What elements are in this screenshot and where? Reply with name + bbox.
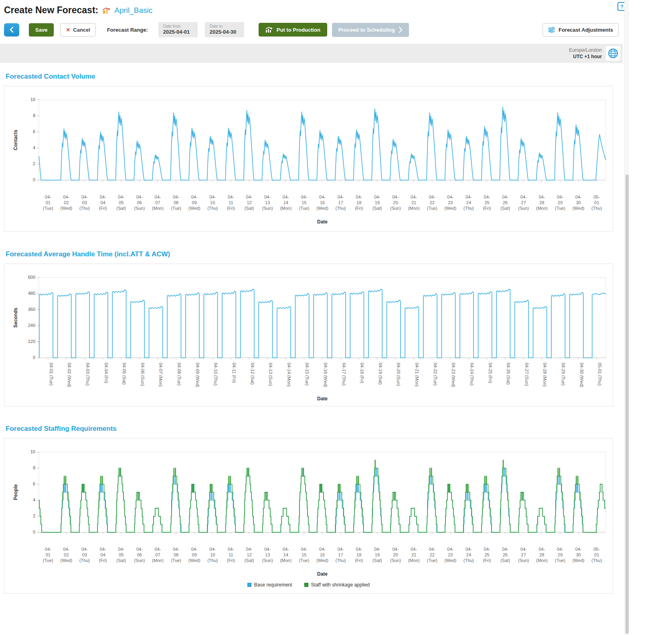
globe-icon[interactable]	[606, 46, 620, 61]
svg-text:10: 10	[30, 97, 35, 102]
svg-text:8: 8	[33, 465, 35, 470]
svg-text:0: 0	[33, 177, 35, 182]
svg-text:04-: 04-	[319, 195, 326, 199]
svg-text:11: 11	[229, 200, 233, 205]
app-root: ? Create New Forecast: April_Basic Save …	[0, 0, 623, 594]
svg-text:(Tue): (Tue)	[299, 206, 309, 211]
svg-text:04-27 (Sun): 04-27 (Sun)	[524, 363, 529, 386]
svg-text:(Mon): (Mon)	[408, 206, 420, 211]
svg-text:04-: 04-	[575, 195, 582, 199]
sliders-icon	[548, 27, 555, 33]
svg-text:04-14 (Mon): 04-14 (Mon)	[287, 363, 291, 387]
svg-text:09: 09	[192, 552, 197, 557]
staffing-chart: 024681004-01(Tue)04-02(Wed)04-03(Thu)04-…	[4, 438, 613, 594]
svg-text:04-: 04-	[100, 195, 106, 199]
svg-text:05-01 (Thu): 05-01 (Thu)	[597, 363, 602, 385]
svg-text:(Mon): (Mon)	[152, 558, 164, 563]
svg-text:(Fri): (Fri)	[227, 206, 235, 211]
svg-text:04-08 (Tue): 04-08 (Tue)	[177, 363, 182, 385]
svg-text:25: 25	[484, 552, 489, 557]
svg-text:04-: 04-	[484, 195, 490, 199]
svg-text:360: 360	[28, 307, 35, 312]
contact-volume-plot: 024681004-01(Tue)04-02(Wed)04-03(Thu)04-…	[5, 89, 612, 230]
svg-text:(Tue): (Tue)	[43, 558, 53, 563]
svg-text:(Thu): (Thu)	[79, 206, 90, 211]
svg-text:(Tue): (Tue)	[427, 558, 437, 563]
legend-swatch-base	[247, 583, 251, 587]
svg-text:(Sat): (Sat)	[116, 206, 126, 211]
svg-text:04-: 04-	[411, 195, 417, 199]
svg-text:04-: 04-	[118, 547, 124, 552]
svg-text:(Sat): (Sat)	[500, 206, 510, 211]
svg-text:(Thu): (Thu)	[591, 558, 602, 563]
svg-text:04: 04	[101, 200, 105, 205]
back-button[interactable]	[4, 23, 19, 37]
svg-text:05-: 05-	[593, 547, 600, 552]
svg-text:(Fri): (Fri)	[483, 558, 491, 563]
svg-text:04-16 (Wed): 04-16 (Wed)	[323, 363, 328, 387]
date-from-label: Date from	[163, 24, 193, 28]
date-to-label: Date to	[210, 24, 239, 28]
svg-text:04-: 04-	[520, 195, 527, 199]
svg-text:(Sat): (Sat)	[500, 558, 510, 563]
svg-text:(Thu): (Thu)	[207, 206, 218, 211]
svg-text:29: 29	[558, 552, 563, 557]
svg-text:14: 14	[283, 200, 288, 205]
forecast-range-label: Forecast Range:	[107, 27, 148, 33]
svg-text:07: 07	[155, 552, 160, 557]
svg-text:Date: Date	[317, 396, 328, 402]
svg-text:04-: 04-	[319, 547, 326, 552]
cancel-button[interactable]: ✕ Cancel	[60, 23, 96, 37]
svg-text:02: 02	[64, 200, 69, 205]
svg-text:(Tue): (Tue)	[43, 206, 53, 211]
svg-text:26: 26	[503, 552, 508, 557]
svg-text:30: 30	[576, 552, 581, 557]
proceed-to-scheduling-button[interactable]: Proceed to Scheduling	[332, 23, 409, 37]
staffing-plot: 024681004-01(Tue)04-02(Wed)04-03(Thu)04-…	[5, 442, 612, 582]
svg-text:(Sat): (Sat)	[372, 206, 382, 211]
date-to-field[interactable]: Date to 2025-04-30	[205, 22, 244, 37]
svg-text:01: 01	[594, 200, 599, 205]
forecast-adjustments-button[interactable]: Forecast Adjustments	[542, 23, 619, 37]
svg-text:04-17 (Thu): 04-17 (Thu)	[342, 363, 346, 385]
cancel-x-icon: ✕	[66, 27, 70, 32]
svg-text:04-07 (Mon): 04-07 (Mon)	[158, 363, 163, 387]
svg-text:04-: 04-	[136, 195, 143, 199]
svg-text:04-: 04-	[228, 195, 234, 199]
scrollbar-thumb[interactable]	[625, 174, 629, 634]
svg-text:(Wed): (Wed)	[316, 206, 328, 211]
svg-text:04-: 04-	[100, 547, 106, 552]
forecast-name-link[interactable]: April_Basic	[114, 6, 152, 15]
svg-text:04-: 04-	[209, 547, 216, 552]
svg-text:04-: 04-	[374, 547, 381, 552]
svg-text:10: 10	[30, 449, 35, 454]
legend-item-base-requirement[interactable]: Base requirement	[247, 582, 292, 588]
date-from-field[interactable]: Date from 2025-04-01	[158, 22, 198, 37]
svg-text:04-: 04-	[155, 547, 161, 552]
svg-text:(Sun): (Sun)	[518, 206, 529, 211]
svg-text:04-15 (Tue): 04-15 (Tue)	[305, 363, 310, 385]
svg-text:04-: 04-	[118, 195, 124, 199]
svg-text:2: 2	[33, 513, 35, 518]
chevron-right-icon	[399, 27, 403, 33]
svg-text:02: 02	[64, 552, 69, 557]
svg-text:(Sun): (Sun)	[390, 206, 401, 211]
scrollbar[interactable]	[624, 0, 629, 635]
cancel-label: Cancel	[73, 27, 90, 33]
svg-text:18: 18	[356, 552, 361, 557]
chevron-left-icon	[9, 26, 14, 33]
put-to-production-button[interactable]: Put to Production	[259, 23, 327, 37]
contact-volume-section: Forecasted Contact Volume 024681004-01(T…	[0, 73, 623, 232]
svg-text:04-03 (Thu): 04-03 (Thu)	[85, 363, 90, 385]
svg-text:(Thu): (Thu)	[464, 558, 474, 563]
svg-text:04-: 04-	[392, 195, 399, 199]
svg-text:26: 26	[503, 200, 508, 205]
svg-text:04-: 04-	[209, 195, 216, 199]
svg-text:19: 19	[375, 200, 380, 205]
legend-item-shrinkage[interactable]: Staff with shrinkage applied	[304, 582, 370, 588]
svg-text:28: 28	[539, 200, 544, 205]
svg-text:04-30 (Wed): 04-30 (Wed)	[579, 363, 584, 387]
proceed-to-scheduling-label: Proceed to Scheduling	[338, 27, 395, 33]
svg-text:04-: 04-	[356, 195, 362, 199]
save-button[interactable]: Save	[29, 23, 54, 37]
